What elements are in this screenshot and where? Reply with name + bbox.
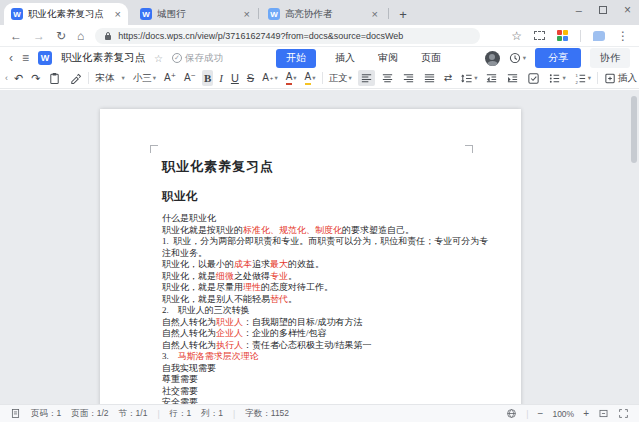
tab-close-icon[interactable]: × [372, 9, 378, 20]
font-name-select[interactable]: 宋体 ▾ [93, 70, 126, 86]
increase-font-button[interactable]: A⁺ [162, 70, 178, 86]
align-left-button[interactable] [358, 70, 375, 86]
line-spacing-dropdown[interactable]: ▾ [458, 70, 479, 86]
document-title-label: 职业化素养复习点 [61, 51, 145, 65]
numbered-list-dropdown[interactable]: 1 2 ▾ [572, 70, 593, 86]
document-content[interactable]: 职业化素养复习点 职业化 什么是职业化职业化就是按职业的标准化、规范化、制度化的… [162, 158, 495, 404]
align-right-icon [402, 72, 415, 85]
reload-icon[interactable]: ↻ [56, 30, 66, 42]
language-globe-icon[interactable] [506, 408, 517, 419]
decrease-font-button[interactable]: A⁻ [182, 70, 198, 86]
history-clock-icon [509, 52, 521, 64]
user-avatar[interactable] [485, 51, 500, 66]
document-paragraph: 职业化，就是别人不能轻易替代。 [162, 294, 495, 306]
favorite-star-icon[interactable]: ☆ [154, 53, 163, 64]
font-size-select[interactable]: 小三 ▾ [131, 70, 158, 86]
wps-menu-icon[interactable]: ≡ [22, 51, 29, 65]
url-text: https://docs.wps.cn/view/p/37161627449?f… [118, 31, 403, 41]
window-close-button[interactable]: × [624, 3, 631, 17]
tab-insert[interactable]: 插入 [331, 49, 359, 67]
wps-app-favicon-icon: W [268, 8, 280, 20]
screenshot-extension-icon[interactable] [534, 31, 545, 40]
zoom-in-button[interactable]: + [583, 408, 589, 419]
tab-page[interactable]: 页面 [417, 49, 445, 67]
bullet-list-dropdown[interactable]: ▾ [546, 70, 567, 86]
collapse-toolbar-icon[interactable]: ‹ [5, 73, 8, 83]
back-icon[interactable]: ← [10, 30, 22, 42]
home-icon[interactable]: ⌂ [77, 30, 84, 42]
browser-menu-icon[interactable]: ⋮ [617, 30, 629, 42]
align-center-button[interactable] [379, 70, 396, 86]
strikethrough-button[interactable]: S [245, 70, 256, 86]
margin-mark-top-right [465, 145, 473, 153]
bold-button[interactable]: B [202, 70, 213, 86]
tab-title: 城围行 [157, 8, 239, 21]
checklist-button[interactable] [525, 70, 542, 86]
browser-tab[interactable]: W 城围行 × [133, 3, 257, 25]
share-button[interactable]: 分享 [535, 48, 581, 68]
tab-close-icon[interactable]: × [115, 9, 121, 20]
separator [322, 72, 323, 84]
insert-button[interactable]: 插入 [602, 70, 639, 86]
browser-window: W 职业化素养复习点 × W 城围行 × W 高亮协作者 × + – × ← →… [0, 0, 639, 422]
collaborate-button[interactable]: 协作 [590, 48, 630, 68]
scrollbar-thumb[interactable] [631, 96, 637, 163]
margin-mark-top-left [150, 145, 158, 153]
text-effects-dropdown[interactable]: A+ ▾ [260, 70, 279, 86]
page-info-icon[interactable] [10, 408, 21, 419]
paragraph-style-select[interactable]: 正文 ▾ [327, 70, 354, 86]
browser-tab[interactable]: W 高亮协作者 × [261, 3, 385, 25]
history-dropdown[interactable]: ▾ [509, 52, 526, 64]
wps-back-icon[interactable]: ‹ [9, 51, 13, 65]
document-paragraph: 社交需要 [162, 386, 495, 398]
wps-header: ‹ ≡ W 职业化素养复习点 ☆ ✓ 保存成功 开始 插入 审阅 页面 ▾ 分享… [0, 48, 639, 68]
forward-icon[interactable]: → [33, 30, 45, 42]
formatting-toolbar: ‹ ↶ ↷ 宋体 ▾ 小三 ▾ A⁺ A⁻ B I U S A+ ▾ [0, 68, 639, 89]
wps-logo-icon[interactable]: W [38, 51, 52, 65]
document-body: 什么是职业化职业化就是按职业的标准化、规范化、制度化的要求塑造自己。1. 职业，… [162, 213, 495, 404]
document-page[interactable]: 职业化素养复习点 职业化 什么是职业化职业化就是按职业的标准化、规范化、制度化的… [100, 109, 521, 404]
font-color-dropdown[interactable]: A ▾ [284, 70, 299, 86]
window-minimize-button[interactable]: – [576, 4, 582, 16]
increase-indent-button[interactable] [504, 70, 521, 86]
vertical-scrollbar[interactable] [630, 90, 637, 404]
fit-page-icon[interactable] [598, 408, 609, 419]
messenger-extension-icon[interactable] [593, 31, 605, 41]
tab-close-icon[interactable]: × [244, 9, 250, 20]
distribute-button[interactable]: ⇄ [442, 70, 454, 86]
italic-button[interactable]: I [217, 70, 225, 86]
chevron-down-icon: ▾ [121, 74, 124, 82]
url-input[interactable]: https://docs.wps.cn/view/p/37161627449?f… [95, 28, 480, 44]
wps-header-right: ▾ 分享 协作 [485, 48, 630, 68]
tab-review[interactable]: 审阅 [374, 49, 402, 67]
lock-icon [104, 31, 112, 41]
new-tab-button[interactable]: + [394, 5, 412, 23]
insert-icon [604, 72, 617, 85]
format-painter-icon [69, 72, 82, 85]
fullscreen-icon[interactable] [618, 408, 629, 419]
numbered-list-icon: 1 2 [574, 72, 587, 85]
tab-separator [258, 8, 259, 19]
redo-button[interactable]: ↷ [29, 70, 42, 86]
window-maximize-button[interactable] [599, 6, 607, 14]
paste-button[interactable] [46, 70, 63, 86]
chevron-down-icon: ▾ [562, 74, 565, 82]
highlight-color-dropdown[interactable]: A ▾ [303, 70, 318, 86]
align-right-button[interactable] [400, 70, 417, 86]
zoom-out-button[interactable]: − [538, 408, 544, 419]
line-spacing-icon [460, 72, 473, 85]
document-paragraph: 1. 职业，分为两部分即职责和专业。而职责可以分为，职位和责任；专业可分为专注和… [162, 236, 495, 259]
justify-button[interactable] [421, 70, 438, 86]
underline-button[interactable]: U [229, 70, 241, 86]
tab-home[interactable]: 开始 [276, 49, 316, 68]
decrease-indent-button[interactable] [483, 70, 500, 86]
browser-tab-active[interactable]: W 职业化素养复习点 × [4, 3, 128, 25]
bookmark-star-icon[interactable]: ☆ [511, 30, 522, 42]
format-painter-button[interactable] [67, 70, 84, 86]
tab-separator [388, 8, 389, 19]
colorful-extension-icon[interactable] [557, 30, 568, 41]
justify-icon [423, 72, 436, 85]
undo-button[interactable]: ↶ [12, 70, 25, 86]
document-paragraph: 自我实现需要 [162, 363, 495, 375]
document-paragraph: 安全需要 [162, 397, 495, 404]
